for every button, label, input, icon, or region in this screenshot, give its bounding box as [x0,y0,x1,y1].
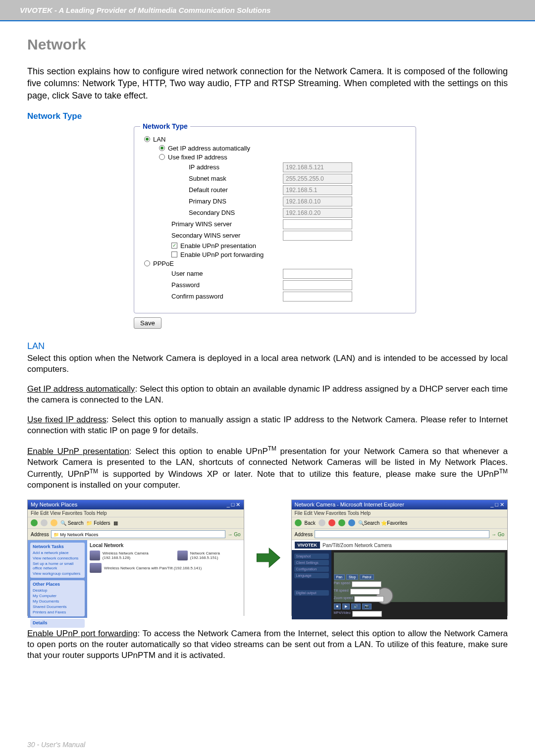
fieldset-legend: Network Type [140,122,190,130]
browser-titlebar: Network Camera - Microsoft Internet Expl… [292,500,508,509]
camera-icon [90,563,102,573]
confirm-password-input[interactable] [283,292,352,302]
my-network-places-screenshot: My Network Places _ □ ✕ File Edit View F… [27,500,244,616]
other-places-title: Other Places [33,582,82,587]
window-controls-icon: _ □ ✕ [490,502,504,508]
subnet-input[interactable] [283,174,352,184]
fixed-ip-underline: Use fixed IP address [27,415,107,424]
browser-address-bar: Address → Go [292,529,508,540]
up-icon [51,519,57,526]
window-toolbar: 🔍 Search 📁 Folders ▦ [28,517,244,529]
pan-button: Pan [334,574,345,580]
get-ip-label: Get IP address automatically [168,145,250,152]
upnp-port-checkbox[interactable] [171,252,177,257]
device-item: Wireless Network Camera (192.168.5.128) [90,551,167,560]
page-footer: 30 - User's Manual [27,741,85,749]
upnp-port-label: Enable UPnP port forwarding [180,251,264,258]
sidebar-item: Printers and Faxes [33,609,82,615]
browser-screenshot: Network Camera - Microsoft Internet Expl… [291,500,508,616]
camera-controls: Pan Stop Patrol Pan speed Tilt speed Zoo… [334,574,384,617]
primary-wins-input[interactable] [283,219,352,229]
back-label: Back [305,520,316,526]
upnp-presentation-label: Enable UPnP presentation [180,242,256,250]
ip-address-input[interactable] [283,162,352,172]
password-input[interactable] [283,280,352,290]
primary-dns-input[interactable] [283,197,352,206]
browser-menubar: File Edit View Favorites Tools Help [292,509,508,517]
stop-icon [328,519,335,526]
ctrl-icon: ▶ [342,604,350,609]
folders-label: 📁 Folders [86,520,110,526]
browser-toolbar: Back 🔍Search ⭐Favorites [292,517,508,529]
mp4-label: MP4/Video [334,611,351,617]
arrow-right-icon [254,544,281,571]
ctrl-icon: 🔊 [351,604,361,609]
zoom-speed-label: Zoom speed [334,596,353,602]
patrol-button: Patrol [360,574,374,580]
secondary-wins-input[interactable] [283,231,352,241]
address-label: Address [31,532,49,537]
get-ip-radio[interactable] [159,145,165,151]
camera-preview-area: Pan Stop Patrol Pan speed Tilt speed Zoo… [331,550,508,619]
secondary-wins-label: Secondary WINS server [171,232,283,239]
upnp-port-paragraph: Enable UPnP port forwarding: To access t… [27,628,508,661]
network-type-form: Network Type LAN Get IP address automati… [134,126,416,329]
password-label: Password [171,281,283,289]
pan-speed-input [352,581,381,587]
get-ip-underline: Get IP address automatically [27,384,135,394]
save-button[interactable]: Save [134,317,161,329]
pppoe-radio[interactable] [144,260,150,266]
secondary-dns-label: Secondary DNS [189,209,283,216]
lan-description: Select this option when the Network Came… [27,353,508,375]
search-label: 🔍 Search [60,520,83,526]
nav-item: Client Settings [294,560,329,565]
lan-heading: LAN [27,341,508,352]
screenshots-row: My Network Places _ □ ✕ File Edit View F… [27,500,508,616]
views-icon: ▦ [113,520,118,526]
sidebar-item: Shared Documents [33,604,82,609]
sidebar-item: My Computer [33,593,82,599]
router-input[interactable] [283,185,352,195]
upnp-presentation-checkbox[interactable]: ✓ [171,243,177,249]
camera-page-title: Pan/Tilt/Zoom Network Camera [322,543,392,548]
window-controls-icon: _ □ ✕ [227,502,241,508]
pan-speed-label: Pan speed [334,581,350,587]
explorer-main: Local Network Wireless Network Camera (1… [87,540,244,618]
network-tasks-title: Network Tasks [33,544,82,549]
address-label: Address [295,532,313,537]
intro-paragraph: This section explains how to configure w… [27,65,508,101]
subnet-label: Subnet mask [189,175,283,182]
camera-icon [177,551,188,560]
vivotek-logo: VIVOTEK [295,542,321,549]
forward-icon [319,519,325,526]
window-menubar: File Edit View Favorites Tools Help [28,509,244,517]
ctrl-icon: ■ [334,604,341,609]
ip-address-label: IP address [189,163,283,171]
camera-icon [90,551,100,560]
lan-radio[interactable] [144,136,150,142]
nav-item: Digital output [294,590,329,596]
sidebar-item: View workgroup computers [33,571,82,576]
camera-nav: Snapshot Client Settings Configuration L… [292,550,331,619]
local-network-header: Local Network [90,543,241,548]
upnp-pres-underline: Enable UPnP presentation [27,447,129,456]
browser-address-field [315,530,489,538]
window-titlebar: My Network Places _ □ ✕ [28,500,244,509]
get-ip-paragraph: Get IP address automatically: Select thi… [27,384,508,405]
device-item: Network Camera (192.168.5.151) [177,551,241,560]
secondary-dns-input[interactable] [283,208,352,218]
nav-item: Language [294,573,329,578]
nav-item: Snapshot [294,554,329,559]
sidebar-item: Add a network place [33,550,82,555]
nav-item: Configuration [294,566,329,572]
sidebar-item: View network connections [33,555,82,561]
sidebar-item: Set up a home or small office network [33,561,82,571]
search-label: 🔍Search ⭐Favorites [358,520,408,526]
fixed-ip-label: Use fixed IP address [168,153,227,161]
lan-label: LAN [153,136,165,143]
details-title: Details [33,620,82,625]
username-input[interactable] [283,269,352,279]
fixed-ip-radio[interactable] [159,154,165,160]
window-address-bar: Address 📁 My Network Places → Go [28,529,244,540]
fixed-ip-paragraph: Use fixed IP address: Select this option… [27,414,508,436]
